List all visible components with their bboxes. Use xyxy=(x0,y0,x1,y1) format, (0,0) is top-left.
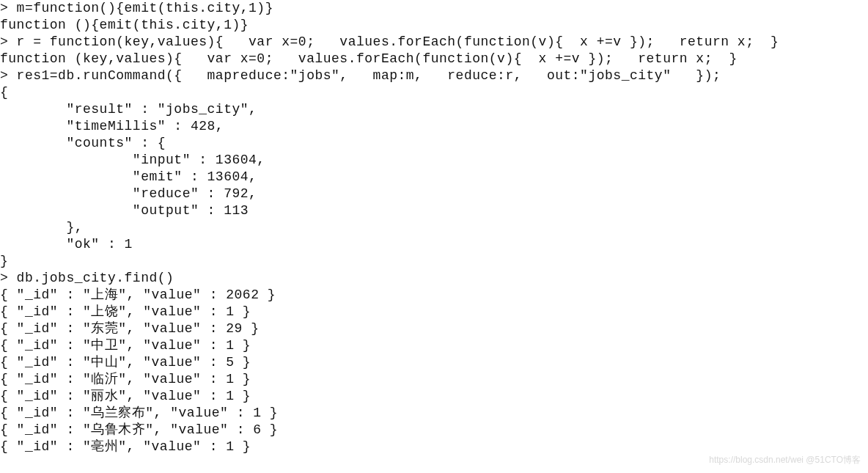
terminal-line: function (key,values){ var x=0; values.f… xyxy=(0,51,868,67)
terminal-line: { "_id" : "乌兰察布", "value" : 1 } xyxy=(0,405,868,422)
terminal-line: { "_id" : "临沂", "value" : 1 } xyxy=(0,371,868,388)
terminal-line: > res1=db.runCommand({ mapreduce:"jobs",… xyxy=(0,67,868,84)
terminal-line: function (){emit(this.city,1)} xyxy=(0,17,868,34)
terminal-line: { "_id" : "东莞", "value" : 29 } xyxy=(0,320,868,337)
terminal-line: { "_id" : "上海", "value" : 2062 } xyxy=(0,287,868,304)
terminal-line: "result" : "jobs_city", xyxy=(0,101,868,118)
terminal-line: > m=function(){emit(this.city,1)} xyxy=(0,0,868,17)
terminal-line: "reduce" : 792, xyxy=(0,186,868,202)
terminal-line: { xyxy=(0,84,868,101)
terminal-line: > db.jobs_city.find() xyxy=(0,270,868,287)
watermark: https://blog.csdn.net/wei @51CTO博客 xyxy=(709,452,861,469)
terminal-line: "counts" : { xyxy=(0,135,868,152)
terminal-line: "output" : 113 xyxy=(0,202,868,219)
terminal-line: { "_id" : "丽水", "value" : 1 } xyxy=(0,388,868,405)
terminal-line: { "_id" : "中卫", "value" : 1 } xyxy=(0,337,868,354)
terminal-line: { "_id" : "上饶", "value" : 1 } xyxy=(0,304,868,320)
terminal-line: { "_id" : "中山", "value" : 5 } xyxy=(0,354,868,371)
terminal-line: "input" : 13604, xyxy=(0,152,868,169)
terminal-line: }, xyxy=(0,219,868,236)
terminal-line: } xyxy=(0,253,868,270)
terminal-line: { "_id" : "乌鲁木齐", "value" : 6 } xyxy=(0,422,868,439)
terminal-output: > m=function(){emit(this.city,1)}functio… xyxy=(0,0,868,473)
terminal-line: "timeMillis" : 428, xyxy=(0,118,868,135)
terminal-line: > r = function(key,values){ var x=0; val… xyxy=(0,34,868,51)
terminal-line: "ok" : 1 xyxy=(0,236,868,253)
terminal-line: "emit" : 13604, xyxy=(0,169,868,186)
